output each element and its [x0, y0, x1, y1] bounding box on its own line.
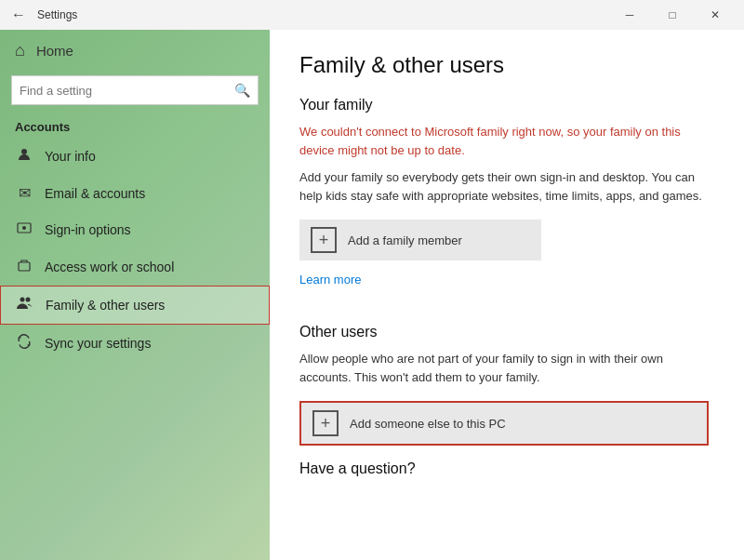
work-icon [15, 258, 33, 276]
sidebar-item-label: Your info [45, 149, 96, 164]
sidebar-search-box[interactable]: 🔍 [11, 75, 259, 105]
minimize-button[interactable]: ─ [608, 0, 651, 30]
svg-point-4 [20, 298, 25, 302]
have-question-title: Have a question? [299, 460, 714, 477]
warning-text: We couldn't connect to Microsoft family … [299, 123, 714, 159]
sidebar-item-label: Family & other users [46, 298, 165, 313]
page-title: Family & other users [299, 52, 714, 78]
add-family-label: Add a family member [348, 233, 462, 247]
titlebar: ← Settings ─ □ ✕ [0, 0, 744, 30]
add-other-user-button[interactable]: + Add someone else to this PC [299, 401, 709, 446]
close-icon: ✕ [711, 8, 720, 21]
maximize-icon: □ [669, 8, 675, 21]
add-other-label: Add someone else to this PC [350, 417, 506, 431]
learn-more-link[interactable]: Learn more [299, 273, 361, 287]
svg-point-5 [26, 298, 31, 302]
back-icon: ← [11, 7, 26, 23]
sidebar-home[interactable]: ⌂ Home [0, 30, 270, 72]
right-panel: Family & other users Your family We coul… [270, 30, 744, 560]
titlebar-title: Settings [37, 8, 608, 21]
sidebar-item-sign-in-options[interactable]: Sign-in options [0, 211, 270, 248]
minimize-icon: ─ [626, 8, 634, 21]
family-icon [16, 296, 34, 314]
main-content: ⌂ Home 🔍 Accounts Your info ✉ Email & ac… [0, 30, 744, 560]
svg-rect-3 [19, 262, 30, 271]
sidebar-item-email-accounts[interactable]: ✉ Email & accounts [0, 175, 270, 211]
email-icon: ✉ [15, 184, 33, 202]
close-button[interactable]: ✕ [694, 0, 737, 30]
sidebar-item-label: Email & accounts [45, 186, 145, 201]
back-button[interactable]: ← [7, 4, 30, 26]
home-label: Home [36, 43, 73, 59]
sidebar-item-your-info[interactable]: Your info [0, 138, 270, 175]
your-family-section: Your family We couldn't connect to Micro… [299, 97, 714, 309]
sidebar: ⌂ Home 🔍 Accounts Your info ✉ Email & ac… [0, 30, 270, 560]
family-description: Add your family so everybody gets their … [299, 168, 714, 205]
other-users-section: Other users Allow people who are not par… [299, 324, 714, 446]
search-icon: 🔍 [234, 83, 250, 98]
home-icon: ⌂ [15, 41, 25, 60]
sidebar-item-access-work[interactable]: Access work or school [0, 248, 270, 286]
sidebar-item-sync-settings[interactable]: Sync your settings [0, 325, 270, 362]
your-info-icon [15, 147, 33, 166]
sidebar-item-family-users[interactable]: Family & other users [0, 286, 270, 325]
your-family-title: Your family [299, 97, 714, 113]
sync-icon [15, 334, 33, 353]
sidebar-item-label: Access work or school [45, 260, 174, 274]
add-other-icon: + [312, 410, 339, 436]
sign-in-icon [15, 220, 33, 239]
add-family-member-button[interactable]: + Add a family member [299, 220, 541, 260]
sidebar-item-label: Sign-in options [45, 222, 131, 237]
add-family-icon: + [311, 227, 337, 253]
svg-point-0 [21, 149, 27, 154]
sidebar-section-title: Accounts [0, 113, 270, 138]
sidebar-item-label: Sync your settings [45, 336, 151, 351]
search-input[interactable] [20, 84, 234, 98]
maximize-button[interactable]: □ [651, 0, 694, 30]
other-users-title: Other users [299, 324, 714, 340]
svg-point-2 [22, 226, 26, 230]
window-controls: ─ □ ✕ [608, 0, 737, 30]
other-users-description: Allow people who are not part of your fa… [299, 350, 714, 386]
